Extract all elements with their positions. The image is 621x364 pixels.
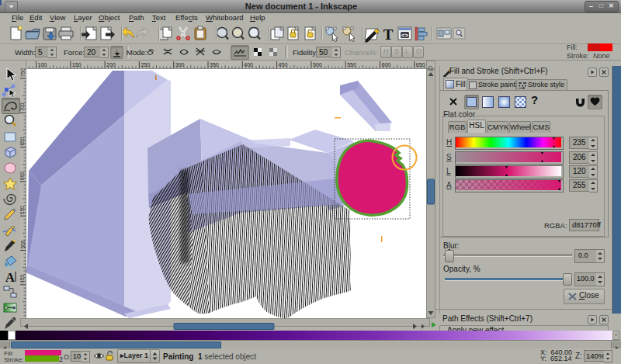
svg-text:550: 550 — [347, 62, 356, 68]
svg-text:250: 250 — [141, 62, 150, 68]
svg-text:450: 450 — [20, 275, 26, 283]
svg-text:350: 350 — [210, 62, 219, 68]
svg-text:500: 500 — [20, 240, 26, 248]
svg-text:550: 550 — [20, 206, 26, 214]
svg-text:750: 750 — [20, 69, 26, 77]
svg-text:100: 100 — [38, 62, 47, 68]
svg-text:300: 300 — [175, 62, 185, 68]
svg-text:150: 150 — [72, 62, 82, 68]
svg-text:650: 650 — [20, 137, 26, 145]
svg-text:<>: <> — [401, 32, 409, 39]
svg-text:700: 700 — [20, 102, 26, 111]
svg-text:600: 600 — [20, 172, 26, 180]
svg-text:450: 450 — [279, 62, 288, 68]
svg-text:200: 200 — [106, 62, 116, 68]
svg-text:T: T — [383, 26, 394, 43]
svg-text:650: 650 — [416, 62, 425, 68]
svg-text:500: 500 — [313, 62, 322, 68]
svg-text:A: A — [5, 270, 16, 284]
svg-text:400: 400 — [244, 62, 253, 68]
svg-text:600: 600 — [382, 62, 391, 68]
